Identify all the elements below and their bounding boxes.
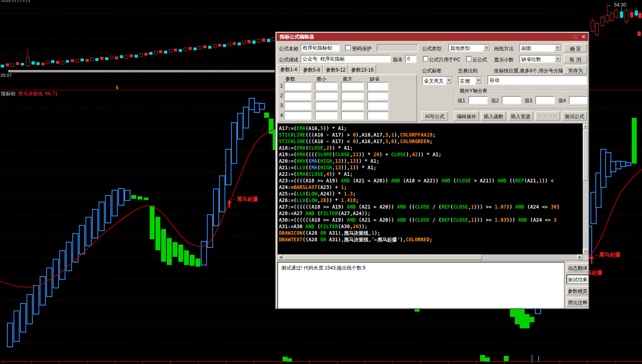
param-input-r4-c3[interactable] [341, 111, 364, 120]
tab-params-5-8[interactable]: 参数5-8 [300, 65, 323, 73]
cloud-formula-label: 云公式 [472, 56, 487, 63]
chevron-down-icon[interactable]: ▼ [483, 45, 490, 51]
formula-desc-input[interactable] [301, 55, 391, 63]
tab-params-9-12[interactable]: 参数9-12 [323, 65, 348, 73]
trade-rule-label: 交易法则 [458, 67, 478, 74]
param-input-r2-c1[interactable] [284, 92, 312, 100]
param-input-r4-c4[interactable] [367, 111, 388, 120]
chevron-down-icon[interactable]: ▼ [554, 45, 561, 51]
horizontal-scrollbar[interactable]: ◀ ▶ [278, 254, 583, 260]
dynamic-translate-button[interactable]: 动态翻译 [566, 263, 589, 272]
password-input-disabled [377, 44, 418, 52]
chevron-down-icon[interactable]: ▼ [475, 77, 482, 84]
value4-input[interactable] [569, 96, 588, 104]
test-result-text: 测试通过! 代码长度:1543,输出线个数:5 [281, 265, 366, 271]
scroll-up-icon[interactable]: ▲ [583, 124, 588, 129]
formula-tag-select[interactable]: 金叉死叉 ▼ [422, 76, 453, 85]
insert-function-button[interactable]: 插入函数 [481, 111, 506, 121]
save-as-button[interactable]: 另存为 [563, 65, 587, 74]
scroll-right-icon[interactable]: ▶ [577, 254, 583, 260]
decimals-value: 缺省位数 [521, 56, 541, 63]
draw-method-label: 画线方法 [494, 45, 514, 52]
insert-resource-button[interactable]: 插入资源 [508, 111, 533, 121]
value4-label: 值4 [558, 97, 566, 104]
formula-type-value: 其他类型 [450, 45, 470, 52]
param-input-r2-c4[interactable] [367, 92, 388, 100]
pc-only-label: 公式只用于PC [429, 56, 460, 63]
code-text[interactable]: A17:=(EMA(A16,5)) * A1;STICKLINE(((A16 -… [279, 125, 582, 248]
value1-input[interactable] [468, 96, 488, 104]
tab-params-13-16[interactable]: 参数13-16 [348, 65, 376, 73]
password-protect-checkbox[interactable] [345, 45, 350, 50]
decimals-label: 显示小数 [494, 56, 514, 63]
dialog-title: 指标公式编辑器 [280, 34, 314, 40]
test-formula-button[interactable]: 测试公式 [562, 111, 587, 121]
app-window: { "dialog": { "title": "指标公式编辑器", "title… [0, 0, 642, 364]
param-input-r3-c2[interactable] [315, 101, 338, 110]
draw-method-select[interactable]: 副图 ▼ [519, 44, 562, 52]
parameter-table: 参数最小最大缺省1234 [277, 74, 417, 122]
dialog-titlebar[interactable]: 指标公式编辑器 □ ✕ [276, 33, 588, 41]
param-input-r1-c1[interactable] [284, 82, 312, 90]
code-line: A24:=BARSLAST(A23) + 1; [279, 184, 582, 191]
cloud-formula-checkbox[interactable] [466, 56, 471, 61]
param-input-r4-c2[interactable] [315, 111, 338, 120]
edit-ops-button[interactable]: 编辑操作 [454, 111, 479, 121]
scroll-left-icon[interactable]: ◀ [278, 254, 283, 260]
version-input[interactable] [405, 55, 417, 63]
tab-params-1-4[interactable]: 参数1-4 [277, 64, 300, 74]
usage-notes-button[interactable]: 用法注释 [566, 297, 589, 307]
trade-rule-value: 左侧 [460, 78, 470, 85]
coordline-input[interactable] [487, 75, 587, 85]
decimals-select[interactable]: 缺省位数 ▼ [519, 55, 562, 63]
close-icon[interactable]: ✕ [580, 34, 587, 40]
code-line: A21:=(LLV((MA(HIGH,13)),1)) * A1; [279, 164, 582, 171]
formula-type-select[interactable]: 其他类型 ▼ [448, 44, 491, 52]
value3-input[interactable] [535, 96, 555, 104]
restore-icon[interactable]: □ [572, 34, 579, 40]
code-line: A25:=(LLV(LOW,A24)) * 1.3; [279, 191, 582, 197]
param-input-r1-c4[interactable] [367, 82, 388, 90]
param-input-r3-c3[interactable] [341, 101, 364, 110]
formula-editor-dialog: 指标公式编辑器 □ ✕ 公式名称 密码保护 公式类型 其他类型 ▼ 画线方法 副… [276, 32, 589, 309]
top-left-ticker: 14.023 2.4 2.7 4.1 5 [1, 0, 30, 3]
chevron-down-icon[interactable]: ▼ [446, 77, 452, 84]
formula-name-label: 公式名称 [279, 45, 299, 52]
scroll-down-icon[interactable]: ▼ [583, 249, 588, 254]
ai-write-formula-button[interactable]: AI写公式 [421, 111, 448, 121]
param-input-r1-c2[interactable] [315, 82, 338, 90]
vertical-scrollbar[interactable]: ▲ ▼ [583, 124, 588, 254]
code-line: A20:=(HHV((MA(HIGH,13)),13)) * A1; [279, 158, 582, 164]
draw-method-value: 副图 [521, 45, 531, 52]
indicator-source-label: 指标创 [0, 91, 16, 97]
trade-rule-select[interactable]: 左侧 ▼ [458, 76, 483, 85]
code-line: A17:=(EMA(A16,5)) * A1; [279, 125, 582, 132]
chevron-down-icon[interactable]: ▼ [554, 56, 561, 62]
param-input-r2-c2[interactable] [315, 92, 338, 100]
extra-y-axis-title: 额外Y轴分界 [458, 88, 489, 94]
cancel-button[interactable]: 取 消 [563, 54, 587, 63]
param-input-r2-c3[interactable] [341, 92, 364, 100]
formula-code-editor[interactable]: A17:=(EMA(A16,5)) * A1;STICKLINE(((A16 -… [277, 123, 589, 261]
value2-label: 值2 [491, 97, 499, 104]
param-input-r1-c3[interactable] [341, 82, 364, 90]
param-input-r3-c4[interactable] [367, 101, 388, 110]
pc-only-checkbox[interactable] [423, 56, 428, 61]
version-label: 版本 [393, 56, 403, 63]
param-input-r3-c1[interactable] [284, 101, 312, 110]
code-line: A19:=(EMA((((SLOPE(CLOSE,21)) * 20) + CL… [279, 151, 582, 158]
formula-name-input[interactable] [301, 44, 340, 52]
param-row-number: 3 [280, 103, 283, 108]
horizontal-scroll-thumb[interactable] [284, 254, 482, 260]
test-result-button[interactable]: 测试结果 [566, 274, 589, 284]
price-low-label: 29.07 [0, 73, 12, 78]
code-line: A26:=(LLV(LOW,20)) * 1.418; [279, 197, 582, 204]
sell-marker: ŝ [116, 85, 119, 90]
chart-annotation: ←黑马起爆 [594, 252, 621, 258]
param-wizard-button[interactable]: 参数精灵 [566, 286, 589, 295]
vertical-scroll-thumb[interactable] [583, 130, 588, 181]
code-line: A18:=(EMA(CLOSE,2)) * A1; [279, 145, 582, 151]
param-input-r4-c1[interactable] [284, 111, 312, 120]
value2-input[interactable] [502, 96, 521, 104]
ok-button[interactable]: 确 定 [563, 43, 587, 52]
